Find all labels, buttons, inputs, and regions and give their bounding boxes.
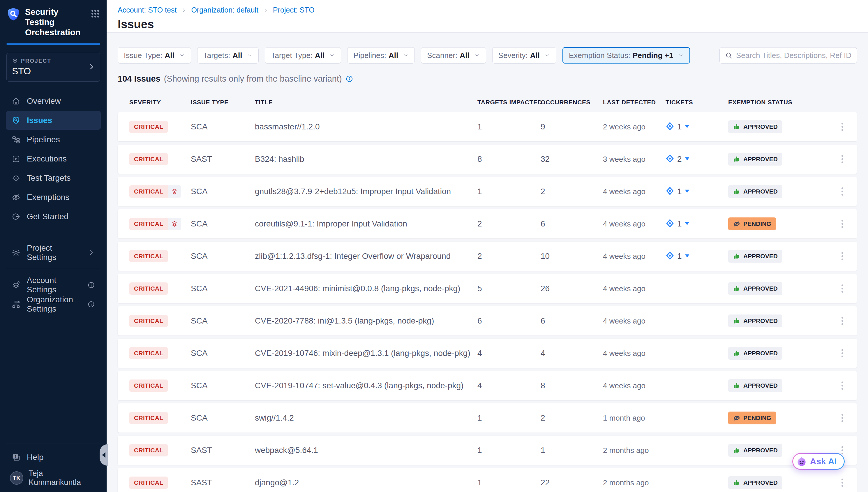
sidebar-item-label: Test Targets xyxy=(27,173,71,183)
ticket-dropdown[interactable]: 1 xyxy=(665,219,728,229)
exemption-status-cell: APPROVED xyxy=(728,315,832,327)
row-menu-button[interactable] xyxy=(839,249,846,263)
targets-impacted-cell: 1 xyxy=(477,122,541,131)
caret-down-icon xyxy=(685,221,689,226)
severity-cell: CRITICAL xyxy=(129,347,191,360)
chevron-down-icon xyxy=(329,52,335,58)
breadcrumb-link[interactable]: Project: STO xyxy=(273,6,315,14)
sidebar-item-executions[interactable]: Executions xyxy=(6,149,101,168)
table-row[interactable]: CRITICALSCAcoreutils@9.1-1: Improper Inp… xyxy=(118,209,857,239)
breadcrumb-link[interactable]: Account: STO test xyxy=(118,6,177,14)
table-row[interactable]: CRITICALSCAgnutls28@3.7.9-2+deb12u5: Imp… xyxy=(118,177,857,206)
severity-badge: CRITICAL xyxy=(129,444,168,457)
info-icon[interactable] xyxy=(345,75,353,83)
filter-exemption-status[interactable]: Exemption Status:Pending +1 xyxy=(562,47,690,64)
filter-scanner[interactable]: Scanner:All xyxy=(421,47,486,64)
occurrences-cell: 32 xyxy=(541,154,603,164)
filter-label: Target Type: xyxy=(271,51,313,60)
sidebar-item-help[interactable]: ? Help xyxy=(6,448,101,467)
row-menu-button[interactable] xyxy=(839,184,846,198)
sidebar-item-get-started[interactable]: Get Started xyxy=(6,207,101,226)
filter-value: All xyxy=(165,51,175,60)
ticket-dropdown[interactable]: 1 xyxy=(665,122,728,132)
row-menu-button[interactable] xyxy=(839,476,846,490)
status-badge: APPROVED xyxy=(728,444,782,457)
info-icon[interactable] xyxy=(87,300,95,308)
filter-pipelines[interactable]: Pipelines:All xyxy=(347,47,415,64)
targets-impacted-cell: 2 xyxy=(477,219,541,228)
breadcrumb-link[interactable]: Organization: default xyxy=(191,6,258,14)
last-detected-cell: 2 months ago xyxy=(603,446,665,455)
ticket-count: 1 xyxy=(677,122,682,131)
issues-count: 104 Issues xyxy=(118,74,160,84)
info-icon[interactable] xyxy=(87,281,95,289)
table-row[interactable]: CRITICALSCACVE-2021-44906: minimist@0.0.… xyxy=(118,274,857,303)
sidebar-divider-bottom xyxy=(6,444,101,444)
table-row[interactable]: CRITICALSASTdjango@1.21222 months agoAPP… xyxy=(118,468,857,492)
filter-issue-type[interactable]: Issue Type:All xyxy=(118,47,191,64)
last-detected-cell: 2 months ago xyxy=(603,478,665,487)
severity-cell: CRITICAL xyxy=(129,412,191,424)
issue-type-cell: SAST xyxy=(191,478,255,487)
ticket-count: 1 xyxy=(677,251,682,261)
last-detected-cell: 4 weeks ago xyxy=(603,220,665,228)
filter-label: Exemption Status: xyxy=(569,51,630,60)
table-row[interactable]: CRITICALSCACVE-2019-10747: set-value@0.4… xyxy=(118,371,857,400)
status-badge: APPROVED xyxy=(728,476,782,489)
row-menu-button[interactable] xyxy=(839,378,846,393)
row-menu-button[interactable] xyxy=(839,152,846,166)
table-row[interactable]: CRITICALSCAzlib@1:1.2.13.dfsg-1: Integer… xyxy=(118,242,857,271)
ticket-dropdown[interactable]: 1 xyxy=(665,251,728,261)
sidebar-item-account-settings[interactable]: Account Settings xyxy=(6,276,101,294)
jira-ticket-icon xyxy=(665,219,674,229)
sidebar-item-label: Organization Settings xyxy=(27,295,81,314)
row-menu-button[interactable] xyxy=(839,281,846,296)
status-label: APPROVED xyxy=(743,447,778,454)
targets-impacted-cell: 4 xyxy=(477,349,541,358)
filter-target-type[interactable]: Target Type:All xyxy=(265,47,341,64)
issue-title: swig//1.4.2 xyxy=(255,413,477,423)
row-menu-button[interactable] xyxy=(839,120,846,134)
table-row[interactable]: CRITICALSASTwebpack@5.64.1112 months ago… xyxy=(118,436,857,465)
filter-value: All xyxy=(232,51,242,60)
sidebar-item-pipelines[interactable]: Pipelines xyxy=(6,130,101,149)
ticket-dropdown[interactable]: 1 xyxy=(665,187,728,196)
project-name: STO xyxy=(12,66,95,77)
row-menu-button[interactable] xyxy=(839,314,846,328)
sidebar-item-overview[interactable]: Overview xyxy=(6,92,101,110)
table-row[interactable]: CRITICALSCACVE-2020-7788: ini@1.3.5 (lan… xyxy=(118,306,857,336)
table-row[interactable]: CRITICALSCAbassmaster//1.2.0192 weeks ag… xyxy=(118,112,857,141)
row-menu-button[interactable] xyxy=(839,346,846,360)
table-row[interactable]: CRITICALSCACVE-2019-10746: mixin-deep@1.… xyxy=(118,339,857,368)
filter-value: All xyxy=(459,51,469,60)
table-row[interactable]: CRITICALSASTB324: hashlib8323 weeks ago2… xyxy=(118,145,857,174)
caret-down-icon xyxy=(685,253,689,259)
row-menu-button[interactable] xyxy=(839,411,846,425)
sidebar-item-test-targets[interactable]: Test Targets xyxy=(6,169,101,188)
sidebar-item-exemptions[interactable]: Exemptions xyxy=(6,188,101,207)
home-icon xyxy=(12,97,20,105)
search-input[interactable] xyxy=(736,51,851,60)
filter-targets[interactable]: Targets:All xyxy=(197,47,259,64)
filter-severity[interactable]: Severity:All xyxy=(492,47,556,64)
column-header: EXEMPTION STATUS xyxy=(728,99,832,106)
severity-badge: CRITICAL xyxy=(129,153,168,165)
caret-down-icon xyxy=(685,124,689,129)
thumbs-up-icon xyxy=(733,349,740,357)
user-menu[interactable]: TK Teja Kummarikuntla xyxy=(6,467,101,489)
ask-ai-button[interactable]: Ask AI xyxy=(792,453,845,470)
ticket-dropdown[interactable]: 2 xyxy=(665,154,728,164)
status-label: APPROVED xyxy=(743,382,778,389)
sidebar-bottom: ? Help TK Teja Kummarikuntla xyxy=(0,437,107,492)
sidebar-item-project-settings[interactable]: Project Settings xyxy=(6,243,101,262)
row-menu-button[interactable] xyxy=(839,217,846,231)
sidebar-item-organization-settings[interactable]: Organization Settings xyxy=(6,295,101,314)
table-row[interactable]: CRITICALSCAswig//1.4.2121 month agoPENDI… xyxy=(118,403,857,433)
app-grid-icon[interactable] xyxy=(90,9,100,20)
issue-title: django@1.2 xyxy=(255,478,477,487)
issue-type-cell: SCA xyxy=(191,122,255,131)
status-badge: APPROVED xyxy=(728,185,782,198)
project-selector[interactable]: PROJECT STO xyxy=(6,53,100,82)
last-detected-cell: 2 weeks ago xyxy=(603,122,665,131)
sidebar-item-issues[interactable]: Issues xyxy=(6,111,101,130)
